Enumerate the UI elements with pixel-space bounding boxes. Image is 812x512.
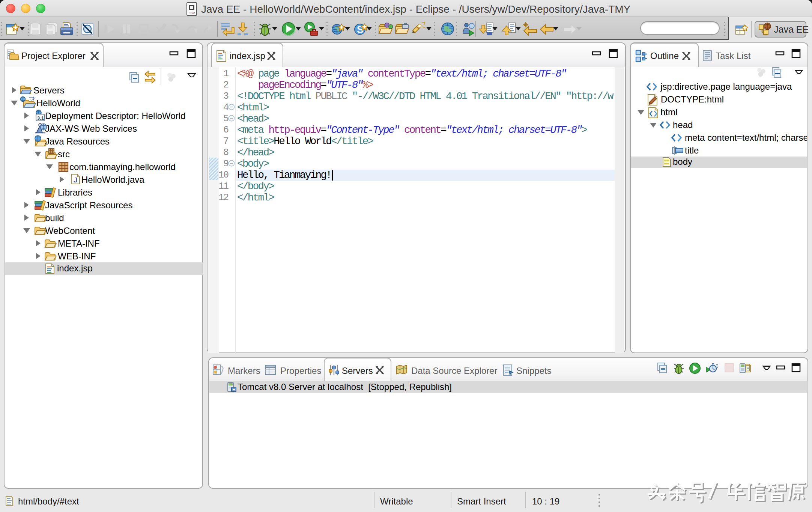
svg-text:3.1: 3.1 <box>37 115 44 121</box>
svg-text:J: J <box>74 176 78 184</box>
svg-text:JSP: JSP <box>189 11 195 15</box>
